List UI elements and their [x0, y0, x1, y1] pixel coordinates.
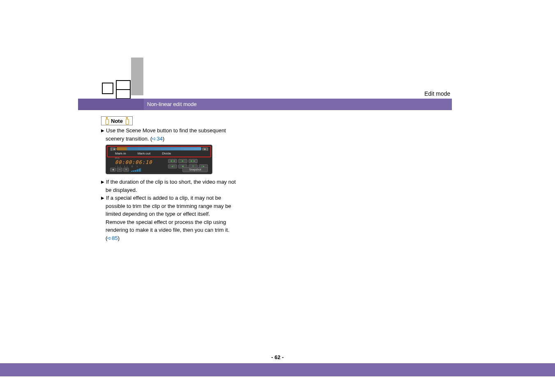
bullet-text: If the duration of the clip is too short…	[106, 178, 236, 186]
mark-buttons-row: Mark-in Mark-out Divide	[115, 152, 171, 155]
bullet-item: ▶ If a special effect is added to a clip…	[101, 194, 253, 202]
bullet-item: ▶ Use the Scene Move button to find the …	[101, 127, 253, 134]
note-icon	[124, 117, 130, 125]
film-strip-icon	[100, 80, 131, 97]
bullet-item: ▶ If the duration of the clip is too sho…	[101, 178, 253, 186]
bullet-text: If a special effect is added to a clip, …	[106, 194, 221, 202]
note-label: Note	[111, 118, 123, 124]
bullet-continuation: Remove the special effect or process the…	[106, 219, 253, 226]
timeline-slider	[117, 147, 201, 150]
speaker-icon: ◄	[110, 168, 116, 172]
bullet-marker: ▶	[101, 194, 104, 202]
page-link[interactable]: ➪34	[152, 136, 162, 142]
timecode-display: 00:00:06:10	[115, 159, 152, 165]
text: scenery transition. (	[106, 136, 152, 142]
bullet-continuation: (➪85)	[106, 235, 253, 242]
header-gray-block	[131, 58, 143, 95]
volume-meter	[131, 168, 141, 172]
mark-out-button: Mark-out	[138, 152, 151, 155]
fast-forward-button: ►►	[189, 159, 198, 163]
bullet-marker: ▶	[101, 178, 104, 186]
play-button: ►	[178, 159, 187, 163]
note-icon	[104, 117, 110, 125]
bottom-controls: ◄ − + Snapshot	[110, 167, 208, 172]
bullet-continuation: limited depending on the type or effect …	[106, 210, 253, 218]
text: )	[118, 235, 120, 241]
mark-in-button: Mark-in	[115, 152, 126, 155]
bullet-continuation: possible to trim the clip or the trimmin…	[106, 203, 253, 210]
bullet-continuation: rendering to make it a video file, then …	[106, 226, 253, 234]
slider-end-icon: ┄►❘	[202, 147, 208, 151]
editor-screenshot: ❘◄┄ ┄►❘ Mark-in Mark-out Divide POS 00:0…	[106, 145, 212, 174]
text: )	[163, 136, 164, 142]
snapshot-button: Snapshot	[182, 167, 208, 172]
section-title: Non-linear edit mode	[147, 101, 197, 107]
bullet-marker: ▶	[101, 127, 104, 134]
bullet-continuation: be displayed.	[106, 187, 253, 194]
slider-start-icon: ❘◄┄	[110, 147, 116, 151]
page-number: - 62 -	[0, 354, 555, 360]
volume-up-button: +	[123, 168, 129, 172]
section-header-bar-dark	[78, 99, 144, 110]
page-link[interactable]: ➪85	[107, 235, 117, 241]
footer-bar	[0, 363, 555, 376]
rewind-button: ◄◄	[168, 159, 177, 163]
note-box: Note	[101, 116, 133, 125]
divide-button: Divide	[162, 152, 171, 155]
bullet-continuation: scenery transition. (➪34)	[106, 135, 253, 143]
volume-down-button: −	[117, 168, 122, 172]
bullet-text: Use the Scene Move button to find the su…	[106, 127, 226, 134]
breadcrumb: Edit mode	[424, 90, 450, 97]
